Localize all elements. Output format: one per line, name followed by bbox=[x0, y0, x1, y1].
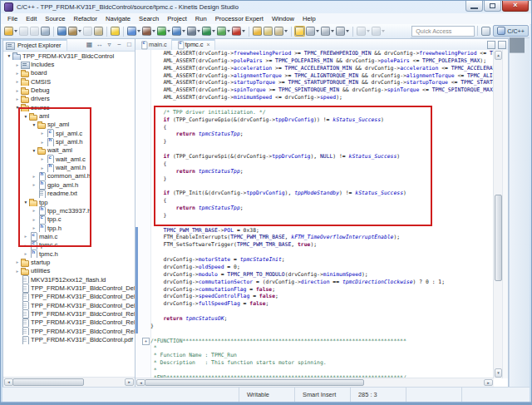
overview-ruler[interactable] bbox=[502, 50, 508, 378]
new-wizard-button[interactable] bbox=[3, 26, 18, 37]
tree-item-tpp-frdm-kv31f-bldccontrol-pdf[interactable]: TPP_FRDM-KV31F_BldcControl.pdf bbox=[3, 335, 135, 343]
save-all-button[interactable] bbox=[29, 26, 40, 37]
tree-item-tpp-frdm-kv31f-bldccontrol-debug-op[interactable]: TPP_FRDM-KV31F_BldcControl_Debug_Op bbox=[3, 284, 135, 292]
fold-expand-icon[interactable]: + bbox=[142, 338, 150, 345]
scroll-right-icon[interactable]: ▸ bbox=[125, 378, 134, 386]
terminate-button[interactable] bbox=[231, 26, 246, 37]
editor-hscrollbar[interactable]: ◂ ▸ bbox=[135, 378, 494, 387]
code-line[interactable] bbox=[150, 330, 494, 338]
tree-item-tpmc-h[interactable]: ▸tpmc.h bbox=[3, 249, 135, 258]
twisty-collapsed-icon[interactable]: ▸ bbox=[14, 269, 21, 274]
menu-project[interactable]: Project bbox=[163, 14, 191, 23]
mark-occurrences-button[interactable] bbox=[305, 26, 320, 37]
save-button[interactable] bbox=[18, 26, 29, 37]
code-line[interactable]: * Function Name : TPMC_Run bbox=[150, 352, 494, 359]
previous-annotation-button[interactable] bbox=[335, 26, 350, 37]
annotation-ruler[interactable]: + bbox=[135, 50, 151, 378]
code-line[interactable]: AML_ASSERT(drvConfig->startupTorque >= T… bbox=[150, 79, 494, 86]
open-perspective-button[interactable] bbox=[480, 26, 490, 36]
code-line[interactable]: drvConfig->commutationSector = (drvConfi… bbox=[150, 279, 494, 286]
tree-item-utilities[interactable]: ▸utilities bbox=[3, 267, 135, 275]
code-line[interactable]: FTM_EnableInterrupts(TPMC_PWM_TMR_BASE, … bbox=[150, 234, 494, 241]
maximize-button[interactable] bbox=[484, 1, 501, 12]
refresh-button[interactable] bbox=[82, 26, 93, 37]
back-button[interactable] bbox=[356, 26, 371, 37]
menu-source[interactable]: Source bbox=[41, 14, 69, 23]
editor-vscroll-thumb[interactable] bbox=[495, 195, 502, 281]
code-line[interactable]: drvConfig->commutationFlag = false; bbox=[150, 286, 494, 294]
scroll-up-icon[interactable]: ▴ bbox=[495, 51, 502, 60]
view-menu-icon[interactable]: ▿ bbox=[106, 41, 113, 49]
annotate-button[interactable] bbox=[273, 26, 288, 37]
tree-item-cmsis[interactable]: ▸CMSIS bbox=[3, 77, 135, 86]
profile-button[interactable] bbox=[171, 26, 186, 37]
menu-run[interactable]: Run bbox=[191, 14, 211, 23]
menu-file[interactable]: File bbox=[3, 14, 22, 23]
highlight-selection-button[interactable] bbox=[294, 26, 305, 37]
tree-item-tpp-frdm-kv31f-bldccontrol-release-pn[interactable]: TPP_FRDM-KV31F_BldcControl_Release_PN bbox=[3, 319, 135, 327]
twisty-collapsed-icon[interactable]: ▸ bbox=[14, 62, 21, 67]
tree-item-debug[interactable]: ▸Debug bbox=[3, 86, 135, 94]
code-line[interactable]: AML_ASSERT(drvConfig->polePairs >= TPMC_… bbox=[150, 57, 494, 65]
tree-item-board[interactable]: ▸board bbox=[3, 69, 135, 77]
project-explorer-tab[interactable]: Project Explorer bbox=[3, 39, 67, 51]
forward-button[interactable] bbox=[371, 26, 386, 37]
menu-navigate[interactable]: Navigate bbox=[101, 14, 135, 23]
twisty-collapsed-icon[interactable]: ▸ bbox=[14, 96, 21, 101]
scroll-down-icon[interactable]: ▾ bbox=[495, 368, 502, 378]
tree-item-drivers[interactable]: ▸drivers bbox=[3, 95, 135, 103]
code-line[interactable]: AML_ASSERT(drvConfig->freewheelingPeriod… bbox=[150, 50, 494, 57]
menu-window[interactable]: Window bbox=[268, 14, 298, 23]
run-configurations-button[interactable] bbox=[201, 26, 216, 37]
next-annotation-button[interactable] bbox=[320, 26, 335, 37]
menu-processor-expert[interactable]: Processor Expert bbox=[211, 14, 268, 23]
tree-item-includes[interactable]: ▸Includes bbox=[3, 60, 135, 68]
external-tools-button[interactable] bbox=[186, 26, 201, 37]
twisty-expanded-icon[interactable]: ▾ bbox=[6, 53, 12, 58]
collapse-all-icon[interactable]: ▦ bbox=[86, 41, 93, 49]
print-button[interactable] bbox=[40, 26, 51, 37]
tree-item-tpp-frdm-kv31f-bldccontrol-debug-pn[interactable]: TPP_FRDM-KV31F_BldcControl_Debug_PN bbox=[3, 293, 135, 301]
code-line[interactable]: AML_ASSERT(drvConfig->spinTorque >= TPMC… bbox=[150, 86, 494, 94]
code-line[interactable]: drvConfig->oldSpeed = 0; bbox=[150, 264, 494, 271]
open-element-button[interactable] bbox=[263, 26, 273, 37]
tab-main-c[interactable]: main.c bbox=[135, 39, 172, 50]
code-line[interactable]: drvConfig->motorState = tpmcStateInit; bbox=[150, 256, 494, 264]
code-line[interactable]: * bbox=[150, 344, 494, 352]
edit-mode-button[interactable] bbox=[93, 26, 104, 37]
tree-item-tpp-frdm-kv31f-bldccontrol[interactable]: ▾TPP_FRDM-KV31F_BldcControl bbox=[3, 52, 135, 60]
editor-hscroll-thumb[interactable] bbox=[145, 379, 364, 386]
tree-item-mkv31f512xxx12-flash-ld[interactable]: MKV31F512xxx12_flash.ld bbox=[3, 275, 135, 284]
code-line[interactable] bbox=[150, 308, 494, 315]
twisty-collapsed-icon[interactable]: ▸ bbox=[14, 71, 21, 76]
close-tab-icon[interactable]: × bbox=[207, 42, 210, 47]
twisty-collapsed-icon[interactable]: ▸ bbox=[14, 88, 21, 93]
code-line[interactable]: AML_ASSERT(drvConfig->minimumSpeed <= dr… bbox=[150, 94, 494, 101]
perspective-button-cpp[interactable]: C/C++ bbox=[493, 25, 529, 37]
list-view-icon[interactable] bbox=[523, 37, 525, 53]
menu-help[interactable]: Help bbox=[298, 14, 320, 23]
menu-refactor[interactable]: Refactor bbox=[69, 14, 101, 23]
menu-search[interactable]: Search bbox=[135, 14, 163, 23]
code-line[interactable]: /*FUNCTION******************************… bbox=[150, 338, 494, 345]
code-line[interactable]: drvConfig->modulo = TPMC_RPM_TO_MODULO(d… bbox=[150, 271, 494, 279]
quick-access-input[interactable]: Quick Access bbox=[411, 26, 475, 37]
link-with-editor-icon[interactable]: ↔ bbox=[96, 41, 103, 49]
menu-edit[interactable]: Edit bbox=[22, 14, 41, 23]
debug-button[interactable] bbox=[141, 26, 156, 37]
code-line[interactable]: * bbox=[150, 367, 494, 374]
code-line[interactable]: return tpmcStatusOK; bbox=[150, 315, 494, 323]
minimize-button[interactable] bbox=[466, 1, 483, 12]
twisty-collapsed-icon[interactable]: ▸ bbox=[22, 251, 29, 256]
code-line[interactable]: TPMC_PWM_TMR_BASE->POL = 0x38; bbox=[150, 227, 494, 235]
code-line[interactable]: FTM_SetSoftwareTrigger(TPMC_PWM_TMR_BASE… bbox=[150, 241, 494, 249]
code-line[interactable]: * Description : This function starts mot… bbox=[150, 359, 494, 367]
skip-all-breakpoints-button[interactable] bbox=[57, 26, 67, 37]
maximize-view-icon[interactable]: □ bbox=[126, 41, 133, 49]
close-button[interactable] bbox=[502, 1, 529, 12]
explorer-hscroll-thumb[interactable] bbox=[12, 378, 84, 386]
code-line[interactable]: AML_ASSERT(drvConfig->acceleration >= TP… bbox=[150, 65, 494, 72]
build-all-button[interactable] bbox=[67, 26, 82, 37]
processor-expert-button[interactable] bbox=[110, 26, 121, 37]
code-line[interactable] bbox=[150, 249, 494, 256]
